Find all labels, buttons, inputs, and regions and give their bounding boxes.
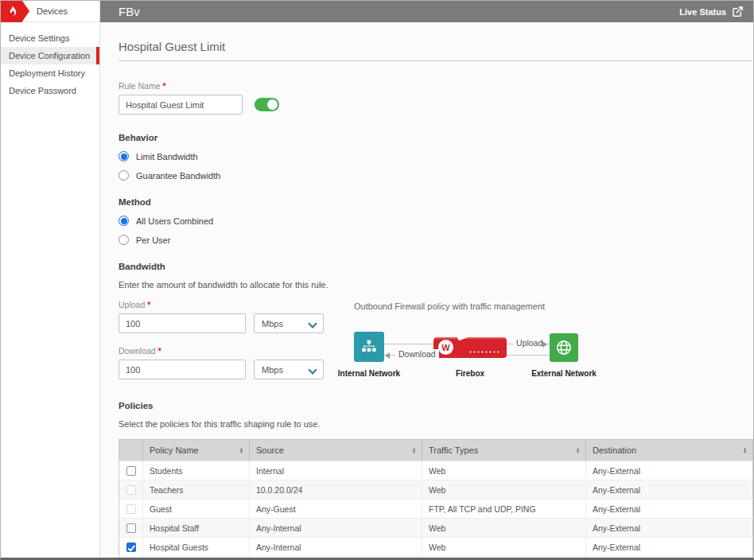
bandwidth-description: Enter the amount of bandwidth to allocat… [119,280,752,290]
cell-policy-name: Students [143,461,250,480]
traffic-diagram: Outbound Firewall policy with traffic ma… [354,300,593,384]
cell-traffic-types: Web [422,480,586,500]
cell-destination: Any-External [586,500,753,519]
sidebar-item-device-configuration[interactable]: Device Configuration [1,47,99,64]
cell-source: 10.0.20.0/24 [250,480,422,500]
watchguard-logo [1,1,22,22]
sidebar-item-label: Device Configuration [9,51,90,60]
cell-policy-name: Hospital Staff [143,519,250,538]
device-name-title: FBv [119,5,140,18]
radio-button [119,170,129,181]
bandwidth-area: Upload* Mbps Download* [119,300,752,384]
download-group: Download* Mbps [119,346,324,379]
radio-label: All Users Combined [136,216,213,226]
chevron-down-icon [309,320,316,327]
page-title: Hospital Guest Limit [119,40,752,61]
cell-policy-name: Teachers [143,480,250,500]
cell-source: Any-Internal [250,519,422,538]
live-status-link[interactable]: Live Status [679,6,744,18]
table-row: Hospital Staff Any-Internal Web Any-Exte… [119,519,753,538]
bandwidth-fields: Upload* Mbps Download* [119,300,324,384]
sidebar-item-label: Device Password [9,86,76,95]
arrow-left-icon [385,352,390,359]
upload-label: Upload* [119,300,324,309]
sort-icon: ▴▾ [413,447,415,454]
select-value: Mbps [262,319,283,329]
radio-limit-bandwidth[interactable]: Limit Bandwidth [119,151,752,161]
policies-heading: Policies [119,401,752,410]
radio-label: Limit Bandwidth [136,152,198,161]
cell-destination: Any-External [586,461,753,480]
cell-destination: Any-External [586,538,753,557]
diagram-canvas: W Upload Download Internal Network Fireb… [354,332,593,384]
cell-source: Internal [250,461,422,480]
devices-breadcrumb[interactable]: Devices [1,1,99,22]
cell-destination: Any-External [586,557,753,558]
sort-icon: ▴▾ [744,447,746,454]
firebox-logo: W [438,340,453,355]
table-header-row: Policy Name▴▾ Source▴▾ Traffic Types▴▾ D… [119,440,753,461]
row-checkbox[interactable] [126,466,136,476]
arrow-right-icon [542,341,547,348]
external-link-icon [732,6,744,18]
rule-name-block: Rule Name* [119,81,752,115]
row-checkbox[interactable] [126,523,136,533]
header-policy-name[interactable]: Policy Name▴▾ [143,440,250,461]
sidebar-item-deployment-history[interactable]: Deployment History [1,64,99,82]
cell-traffic-types: Web [422,538,586,557]
radio-guarantee-bandwidth[interactable]: Guarantee Bandwidth [119,170,752,181]
rule-name-label: Rule Name* [119,81,752,91]
radio-label: Per User [136,235,170,245]
cell-traffic-types: FTP, All TCP and UDP, PING [422,557,586,558]
bandwidth-heading: Bandwidth [119,262,752,271]
row-checkbox[interactable] [126,542,136,552]
upload-unit-select[interactable]: Mbps [254,313,324,333]
upload-group: Upload* Mbps [119,300,324,333]
flame-icon [6,5,18,18]
cell-traffic-types: Web [422,461,586,480]
page-content: Hospital Guest Limit Rule Name* Behavior… [100,22,753,558]
header-checkbox-column [119,440,143,461]
sort-icon: ▴▾ [577,447,579,454]
header-traffic-types[interactable]: Traffic Types▴▾ [422,440,586,461]
cell-traffic-types: Web [422,519,586,538]
cell-source: Any-Internal [250,557,422,558]
download-input[interactable] [119,360,246,379]
cell-traffic-types: FTP, All TCP and UDP, PING [422,500,586,519]
main-area: FBv Live Status Hospital Guest Limit Rul… [100,1,753,558]
external-network-node [550,333,578,362]
required-asterisk: * [163,81,166,91]
policies-table: Policy Name▴▾ Source▴▾ Traffic Types▴▾ D… [119,439,753,558]
rule-enabled-toggle[interactable] [255,98,279,111]
sidebar-item-device-settings[interactable]: Device Settings [1,29,99,47]
internal-network-node [354,332,384,362]
select-value: Mbps [262,365,283,375]
upload-arrow-label: Upload [513,338,546,348]
required-asterisk: * [147,300,150,309]
cell-policy-name: Guest [143,500,250,519]
download-unit-select[interactable]: Mbps [254,360,324,379]
sidebar-item-label: Deployment History [9,68,85,78]
cell-destination: Any-External [586,519,753,538]
external-network-label: External Network [520,369,608,378]
internal-network-label: Internal Network [325,369,413,378]
firebox-label: Firebox [426,369,514,378]
radio-label: Guarantee Bandwidth [136,171,220,181]
live-status-label: Live Status [679,7,726,17]
firebox-appliance: W [433,337,507,358]
logo-arrow [22,1,29,21]
radio-all-users-combined[interactable]: All Users Combined [119,216,752,226]
firebox-swoosh [457,332,470,340]
header-destination[interactable]: Destination▴▾ [586,440,753,461]
header-source[interactable]: Source▴▾ [250,440,422,461]
rule-name-input[interactable] [119,95,243,115]
sidebar-item-device-password[interactable]: Device Password [1,82,99,99]
topbar: FBv Live Status [100,1,753,22]
radio-button [119,216,129,226]
diagram-caption: Outbound Firewall policy with traffic ma… [354,301,593,311]
table-row: Students Internal Web Any-External [119,461,753,480]
table-row: Hospital Guests Any-Internal Web Any-Ext… [119,538,753,557]
download-arrow-label: Download [395,349,439,359]
upload-input[interactable] [119,313,246,333]
radio-per-user[interactable]: Per User [119,235,752,245]
